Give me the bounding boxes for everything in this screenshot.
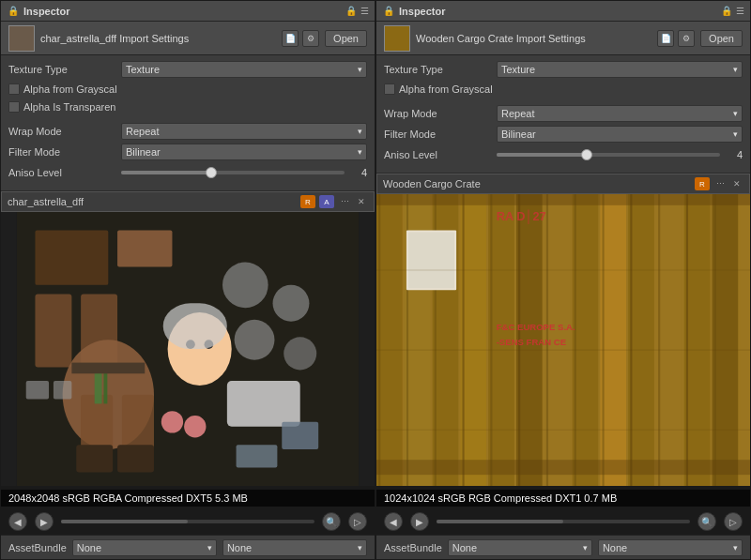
svg-rect-3 bbox=[117, 230, 172, 266]
svg-rect-57 bbox=[376, 194, 750, 205]
dots-icon-1[interactable]: ⋯ bbox=[338, 195, 351, 208]
svg-rect-55 bbox=[714, 194, 716, 486]
svg-rect-53 bbox=[686, 194, 688, 486]
asset-header-1: char_astrella_dff Import Settings 📄 ⚙ Op… bbox=[1, 22, 375, 55]
svg-rect-10 bbox=[163, 303, 227, 349]
panel-2-title: Inspector bbox=[399, 6, 446, 17]
texture-info-bar-2: 1024x1024 sRGB RGB Compressed DXT1 0.7 M… bbox=[376, 490, 750, 507]
arrow-right-btn-1[interactable]: ▷ bbox=[348, 512, 367, 531]
alpha-grayscale-checkbox-2[interactable] bbox=[384, 83, 395, 95]
arrow-right-btn-2[interactable]: ▷ bbox=[724, 512, 743, 531]
filter-mode-dropdown-1[interactable]: Bilinear bbox=[121, 144, 367, 160]
rgb-icon-2[interactable]: R bbox=[695, 177, 710, 190]
wrap-mode-value-2: Repeat bbox=[497, 105, 743, 122]
prev-btn-2[interactable]: ◀ bbox=[384, 512, 403, 531]
wrap-mode-row-1: Wrap Mode Repeat bbox=[8, 123, 367, 140]
filter-mode-dropdown-2[interactable]: Bilinear bbox=[497, 126, 743, 143]
settings-area-2: Texture Type Texture Alpha from Grayscal… bbox=[376, 55, 750, 174]
asset-gear-icon-2[interactable]: ⚙ bbox=[678, 30, 695, 47]
crate-texture-canvas-2: RA D│27 F&C EUROPE S.A. -SENS FRAN CE bbox=[376, 194, 750, 486]
char-texture-canvas-1 bbox=[1, 212, 375, 486]
preview-slider-1[interactable] bbox=[61, 520, 314, 523]
asset-header-2: Wooden Cargo Crate Import Settings 📄 ⚙ O… bbox=[376, 22, 750, 55]
asset-page-icon-1[interactable]: 📄 bbox=[282, 30, 299, 47]
zoom-btn-1[interactable]: 🔍 bbox=[322, 512, 341, 531]
open-button-2[interactable]: Open bbox=[700, 30, 743, 47]
open-button-1[interactable]: Open bbox=[325, 30, 367, 47]
svg-rect-60 bbox=[408, 233, 454, 289]
svg-rect-2 bbox=[35, 230, 108, 284]
aniso-slider-container-1: 4 bbox=[121, 167, 367, 178]
next-btn-2[interactable]: ▶ bbox=[410, 512, 429, 531]
wrap-mode-dropdown-1[interactable]: Repeat bbox=[121, 123, 367, 140]
preview-slider-2[interactable] bbox=[437, 520, 690, 523]
svg-rect-49 bbox=[630, 194, 632, 486]
svg-point-13 bbox=[222, 263, 268, 309]
aniso-value-1: 4 bbox=[348, 167, 367, 178]
svg-rect-24 bbox=[71, 363, 145, 374]
svg-rect-39 bbox=[490, 194, 492, 486]
alpha-grayscale-checkbox-1[interactable] bbox=[8, 83, 20, 95]
svg-rect-23 bbox=[237, 445, 278, 467]
asset-name-1: char_astrella_dff Import Settings bbox=[40, 33, 276, 44]
svg-rect-27 bbox=[26, 381, 49, 399]
asset-gear-icon-1[interactable]: ⚙ bbox=[302, 30, 319, 47]
asset-header-icons-1: 📄 ⚙ bbox=[282, 30, 319, 47]
svg-rect-22 bbox=[282, 422, 318, 449]
texture-type-dropdown-1[interactable]: Texture bbox=[121, 61, 367, 78]
aniso-slider-track-1[interactable] bbox=[121, 171, 345, 174]
alpha-transparent-checkbox-1[interactable] bbox=[8, 101, 20, 113]
wrap-mode-value-1: Repeat bbox=[121, 123, 367, 140]
aniso-slider-track-2[interactable] bbox=[497, 153, 720, 157]
filter-mode-value-2: Bilinear bbox=[497, 126, 743, 143]
alpha-grayscale-label-2: Alpha from Grayscal bbox=[399, 83, 493, 95]
svg-point-14 bbox=[273, 285, 310, 322]
svg-rect-25 bbox=[76, 445, 113, 472]
svg-rect-58 bbox=[376, 460, 750, 475]
texture-type-label-2: Texture Type bbox=[384, 64, 497, 75]
panel-2-menu-icon[interactable]: ☰ bbox=[736, 6, 744, 16]
panel-1-title: Inspector bbox=[23, 6, 70, 17]
next-btn-1[interactable]: ▶ bbox=[35, 512, 54, 531]
filter-mode-row-1: Filter Mode Bilinear bbox=[8, 144, 367, 160]
assetbundle-label-2: AssetBundle bbox=[384, 542, 442, 553]
texture-info-bar-1: 2048x2048 sRGB RGBA Compressed DXT5 5.3 … bbox=[1, 490, 375, 507]
texture-label-icons-1: R A ⋯ ✕ bbox=[300, 195, 368, 208]
zoom-btn-2[interactable]: 🔍 bbox=[697, 512, 716, 531]
svg-text:-SENS FRAN CE: -SENS FRAN CE bbox=[497, 337, 566, 347]
assetbundle-bar-2: AssetBundle None None bbox=[376, 535, 750, 559]
texture-info-text-1: 2048x2048 sRGB RGBA Compressed DXT5 5.3 … bbox=[8, 492, 248, 504]
svg-point-20 bbox=[161, 411, 183, 432]
assetbundle-dropdown-2[interactable]: None bbox=[448, 539, 592, 556]
asset-page-icon-2[interactable]: 📄 bbox=[657, 30, 674, 47]
texture-type-value-2: Texture bbox=[497, 61, 743, 78]
svg-rect-37 bbox=[463, 194, 465, 486]
svg-text:F&C EUROPE  S.A.: F&C EUROPE S.A. bbox=[497, 322, 575, 332]
alpha-icon-1[interactable]: A bbox=[319, 195, 334, 208]
aniso-slider-container-2: 4 bbox=[497, 149, 743, 160]
texture-type-dropdown-2[interactable]: Texture bbox=[497, 61, 743, 78]
prev-btn-1[interactable]: ◀ bbox=[8, 512, 27, 531]
alpha-grayscale-row-2: Alpha from Grayscal bbox=[384, 82, 743, 97]
panel-1-menu-icon[interactable]: ☰ bbox=[360, 6, 369, 16]
x-icon-2[interactable]: ✕ bbox=[730, 177, 743, 190]
filter-mode-value-1: Bilinear bbox=[121, 144, 367, 160]
asset-header-icons-2: 📄 ⚙ bbox=[657, 30, 695, 47]
aniso-level-row-1: Aniso Level 4 bbox=[8, 164, 367, 181]
assetbundle-dropdown-2b[interactable]: None bbox=[598, 539, 743, 556]
filter-mode-label-1: Filter Mode bbox=[8, 146, 121, 158]
rgb-icon-1[interactable]: R bbox=[300, 195, 315, 208]
wrap-mode-dropdown-2[interactable]: Repeat bbox=[497, 105, 743, 122]
x-icon-1[interactable]: ✕ bbox=[355, 195, 368, 208]
lock-icon-2[interactable]: 🔒 bbox=[721, 6, 732, 16]
asset-thumbnail-1 bbox=[8, 25, 35, 52]
assetbundle-dropdown-1[interactable]: None bbox=[72, 539, 217, 556]
filter-mode-label-2: Filter Mode bbox=[384, 129, 497, 140]
svg-rect-31 bbox=[378, 194, 380, 486]
assetbundle-dropdown-1b[interactable]: None bbox=[222, 539, 367, 556]
panel-2-titlebar: 🔒 Inspector 🔒 ☰ bbox=[376, 1, 750, 22]
dots-icon-2[interactable]: ⋯ bbox=[713, 177, 727, 190]
unity-logo-icon: 🔒 bbox=[7, 5, 20, 18]
lock-icon-1[interactable]: 🔒 bbox=[345, 6, 357, 16]
svg-rect-4 bbox=[35, 295, 71, 368]
